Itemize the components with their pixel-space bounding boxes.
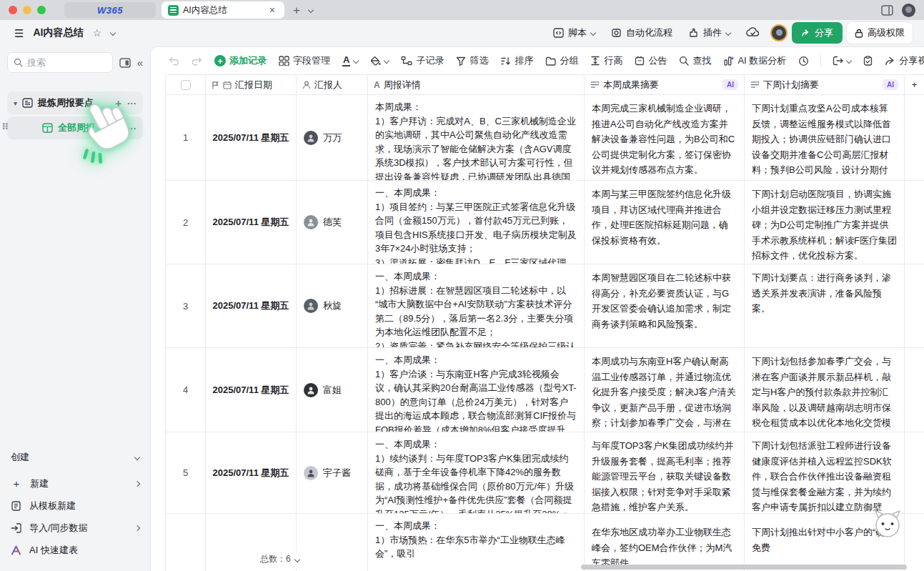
column-header-date[interactable]: 汇报日期 <box>206 74 297 95</box>
fill-color-button[interactable] <box>365 52 394 69</box>
history-icon[interactable] <box>793 52 814 70</box>
column-header-next-summary[interactable]: 下周计划摘要 AI <box>745 74 905 95</box>
add-view-icon[interactable]: + <box>115 97 121 109</box>
tab-list-chevron-icon[interactable] <box>308 7 314 13</box>
ai-quick-table-button[interactable]: AI 快速建表 <box>7 539 143 561</box>
week-summary-cell[interactable]: 与年度TOP3客户K集团成功续约并升级服务套餐，提高毛利率；推荐能源管理云平台，… <box>585 432 745 514</box>
detail-cell[interactable]: 一、本周成果： 1）续约谈判：与年度TOP3客户K集团完成续约磋商，基于全年设备… <box>368 432 585 514</box>
home-tab[interactable]: W365 <box>64 2 156 18</box>
date-cell[interactable]: 2025/07/11 星期五 <box>206 348 297 432</box>
expand-caret-icon[interactable]: ▾ <box>14 99 17 107</box>
window-panel-icon[interactable] <box>881 5 893 16</box>
automation-button[interactable]: 自动化流程 <box>605 23 678 43</box>
redo-icon[interactable] <box>187 53 207 69</box>
share-button[interactable]: 分享 <box>792 22 843 44</box>
reporter-cell[interactable]: 秋旋 <box>297 264 368 348</box>
ai-analysis-button[interactable]: AI 数据分析 <box>718 51 791 71</box>
title-chevron-icon[interactable] <box>110 30 116 36</box>
week-summary-cell[interactable]: 本周智慧园区项目在二轮述标中获得高分，补充必要资质认证，与G开发区管委会确认追加… <box>585 264 745 348</box>
create-header[interactable]: 创建 <box>7 445 143 472</box>
tab-ai-summary[interactable]: AI内容总结 × <box>162 1 284 19</box>
collapse-sidebar-icon[interactable]: « <box>137 56 143 69</box>
cloud-sync-icon[interactable] <box>745 26 762 39</box>
font-color-button[interactable]: A <box>337 51 363 70</box>
hamburger-menu-icon[interactable]: ☰ <box>11 26 26 40</box>
announce-button[interactable]: 公告 <box>630 51 672 71</box>
sidebar-view-all-reports[interactable]: ⠿ 全部周报 ··· <box>7 116 143 139</box>
select-all-checkbox[interactable] <box>181 80 191 90</box>
add-column-button[interactable]: + <box>905 74 924 95</box>
week-summary-cell[interactable]: 本周与某三甲医院签约信息化升级项目，拜访区域代理商并推进合作，处理E医院招标延期… <box>585 181 745 264</box>
field-manage-button[interactable]: 字段管理 <box>274 51 335 71</box>
reporter-cell[interactable]: 万万 <box>297 95 368 181</box>
date-cell[interactable]: 2025/07/11 星期五 <box>206 264 297 348</box>
row-number[interactable]: 5 <box>165 432 206 514</box>
find-button[interactable]: 查找 <box>674 51 716 71</box>
reporter-cell[interactable]: 宇子酱 <box>297 432 368 514</box>
date-cell[interactable]: 2025/07/11 星期五 <box>206 181 297 264</box>
group-button[interactable]: 分组 <box>540 51 583 71</box>
panel-layout-icon[interactable] <box>119 58 131 68</box>
undo-icon[interactable] <box>164 53 184 69</box>
account-avatar[interactable] <box>902 4 915 17</box>
advanced-permission-button[interactable]: 高级权限 <box>847 22 913 44</box>
create-new-button[interactable]: + 新建 <box>7 472 143 495</box>
row-number[interactable]: 3 <box>165 264 206 348</box>
row-number[interactable]: 2 <box>165 181 206 264</box>
row-number[interactable]: 4 <box>165 348 206 432</box>
user-avatar[interactable] <box>770 24 788 41</box>
create-from-template-button[interactable]: 从模板新建 <box>7 495 143 517</box>
next-summary-cell[interactable]: 下周计划启动医院项目，协调实施小组并设定数据迁移压力测试里程碑；为D公司定制推广… <box>745 181 905 264</box>
close-tab-icon[interactable]: × <box>267 4 278 16</box>
select-all-cell[interactable] <box>165 74 206 95</box>
assistant-widget[interactable] <box>873 509 903 539</box>
next-summary-cell[interactable]: 下周计划要点：进行商务谈判，渗透关系并发表演讲，准备风险预案。 <box>745 264 905 348</box>
detail-cell[interactable]: 一、本周成果： 1）市场预热：在华东5市举办“工业物联生态峰会”，吸引 <box>368 514 585 571</box>
search-input[interactable] <box>27 57 106 68</box>
drag-handle-icon[interactable]: ⠿ <box>1 121 8 132</box>
detail-cell[interactable]: 本周成果： 1）客户拜访：完成对A、B、C三家机械制造企业的实地调研，其中A公司… <box>368 95 585 181</box>
create-collapse-chevron-icon[interactable] <box>134 455 140 460</box>
week-summary-cell[interactable]: 在华东地区成功举办工业物联生态峰会，签约OEM合作伙伴；为M汽车零部件 <box>585 514 745 571</box>
group-more-icon[interactable]: ··· <box>127 98 136 109</box>
reporter-cell[interactable]: 德芙 <box>297 181 368 264</box>
row-height-button[interactable]: 行高 <box>585 51 627 71</box>
detail-cell[interactable]: 一、本周成果： 1）项目签约：与某三甲医院正式签署信息化升级合同（金额150万元… <box>368 181 585 264</box>
minimize-window-button[interactable] <box>23 6 31 14</box>
detail-cell[interactable]: 一、本周成果： 1）客户洽谈：与东南亚H客户完成3轮视频会议，确认其采购20台耐… <box>368 348 585 432</box>
favorite-star-icon[interactable]: ☆ <box>89 26 104 39</box>
view-more-icon[interactable]: ··· <box>127 123 136 134</box>
plugin-button[interactable]: 插件 <box>682 23 736 43</box>
row-number[interactable] <box>165 514 206 571</box>
sub-record-button[interactable]: 子记录 <box>396 51 449 71</box>
script-button[interactable]: 脚本 <box>547 23 601 43</box>
new-tab-button[interactable]: + <box>290 3 303 18</box>
date-cell[interactable]: 2025/07/11 星期五 <box>206 432 297 514</box>
reporter-cell[interactable] <box>297 514 368 571</box>
zoom-window-button[interactable] <box>37 6 46 14</box>
search-box[interactable] <box>7 52 113 73</box>
week-summary-cell[interactable]: 本周完成三家机械制造企业调研，推进A公司自动化产线改造方案并解决设备兼容性问题，… <box>585 95 745 181</box>
reporter-cell[interactable]: 富姐 <box>297 348 368 432</box>
next-summary-cell[interactable]: 下周计划包括参加春季广交会，与潜在客户面谈并展示新品样机，敲定与H客户的预付款条… <box>745 348 905 432</box>
date-cell[interactable]: 2025/07/11 星期五 <box>206 95 297 181</box>
week-summary-cell[interactable]: 本周成功与东南亚H客户确认耐高温工业传感器订单，并通过物流优化提升客户接受度；解… <box>585 348 745 432</box>
import-sync-data-button[interactable]: 导入/同步数据 <box>7 517 143 539</box>
row-number[interactable]: 1 <box>165 95 206 181</box>
record-total[interactable]: 总数：6 <box>253 551 307 567</box>
horizontal-scrollbar[interactable] <box>581 565 907 570</box>
next-summary-cell[interactable]: 下周计划重点攻坚A公司成本核算反馈，调整运维服务模式以降低首期投入；协调供应链部… <box>745 95 905 181</box>
close-window-button[interactable] <box>9 6 17 14</box>
sidebar-group-weekly-digest[interactable]: ▾ 提炼周报要点 + ··· <box>7 91 143 114</box>
column-header-week-summary[interactable]: 本周成果摘要 AI <box>585 74 745 95</box>
export-button[interactable] <box>828 52 856 69</box>
clipboard-icon[interactable] <box>858 52 878 69</box>
next-summary-cell[interactable]: 下周计划包括派驻工程师进行设备健康度评估并植入远程监控SDK软件，联合合作伙伴推… <box>745 432 905 514</box>
column-header-detail[interactable]: A 周报详情 <box>368 74 585 95</box>
column-header-reporter[interactable]: 汇报人 <box>297 74 368 95</box>
filter-button[interactable]: 筛选 <box>451 51 493 71</box>
share-view-button[interactable]: 分享视图 <box>880 51 924 71</box>
sort-button[interactable]: 排序 <box>495 51 538 71</box>
detail-cell[interactable]: 一、本周成果： 1）招标进展：在智慧园区项目二轮述标中，以“城市大脑数据中台+A… <box>368 264 585 348</box>
add-record-button[interactable]: +添加记录 <box>209 51 272 71</box>
